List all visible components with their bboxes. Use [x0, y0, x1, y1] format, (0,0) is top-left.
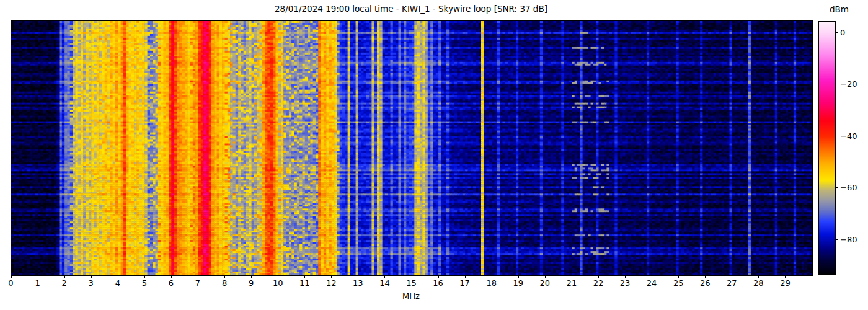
x-tick-label: 10	[273, 278, 283, 288]
x-tick-label: 19	[513, 278, 523, 288]
x-tick-label: 4	[115, 278, 120, 288]
x-tick-mark	[91, 275, 92, 278]
colorbar-tick-mark	[835, 187, 838, 188]
x-tick-label: 1	[35, 278, 40, 288]
x-tick-mark	[652, 275, 652, 278]
x-tick-mark	[278, 275, 278, 278]
x-tick-mark	[678, 275, 679, 278]
x-tick-label: 21	[567, 278, 577, 288]
x-tick-mark	[465, 275, 466, 278]
x-tick-label: 14	[379, 278, 390, 288]
x-tick-label: 7	[195, 278, 200, 288]
x-tick-mark	[785, 275, 786, 278]
x-tick-mark	[545, 275, 546, 278]
x-tick-label: 2	[61, 278, 66, 288]
chart-title: 28/01/2024 19:00 local time - KIWI_1 - S…	[11, 4, 812, 14]
x-tick-mark	[331, 275, 332, 278]
x-tick-label: 15	[406, 278, 417, 288]
x-tick-label: 26	[700, 278, 711, 288]
spectrogram-figure: 28/01/2024 19:00 local time - KIWI_1 - S…	[0, 0, 868, 310]
colorbar-tick-mark	[835, 239, 838, 240]
x-tick-mark	[118, 275, 118, 278]
x-tick-label: 29	[780, 278, 790, 288]
colorbar-tick-mark	[835, 32, 838, 33]
x-tick-label: 20	[540, 278, 551, 288]
x-tick-mark	[64, 275, 65, 278]
x-tick-mark	[758, 275, 759, 278]
x-tick-mark	[358, 275, 358, 278]
colorbar-label: dBm	[830, 4, 849, 14]
x-tick-label: 9	[249, 278, 254, 288]
x-tick-label: 11	[299, 278, 310, 288]
x-tick-label: 25	[673, 278, 684, 288]
x-tick-mark	[304, 275, 305, 278]
x-tick-label: 22	[593, 278, 604, 288]
x-tick-mark	[625, 275, 626, 278]
x-tick-label: 17	[459, 278, 470, 288]
x-tick-label: 0	[8, 278, 13, 288]
x-tick-label: 28	[753, 278, 764, 288]
colorbar-tick-label: −80	[840, 234, 857, 244]
x-tick-mark	[38, 275, 38, 278]
x-tick-mark	[198, 275, 198, 278]
colorbar-tick-label: −60	[840, 183, 857, 192]
x-tick-label: 3	[89, 278, 94, 288]
x-tick-mark	[438, 275, 439, 278]
colorbar-gradient-canvas	[819, 22, 835, 274]
x-tick-mark	[224, 275, 225, 278]
colorbar-tick-label: −20	[840, 79, 857, 89]
spectrogram-plot-area	[11, 20, 813, 276]
x-tick-mark	[412, 275, 412, 278]
x-tick-label: 16	[433, 278, 443, 288]
x-axis-label: MHz	[402, 291, 420, 301]
x-tick-mark	[732, 275, 732, 278]
colorbar-tick-label: −40	[840, 131, 857, 140]
x-tick-mark	[705, 275, 706, 278]
x-tick-mark	[572, 275, 572, 278]
x-tick-mark	[598, 275, 599, 278]
x-tick-mark	[144, 275, 145, 278]
colorbar-tick-mark	[835, 136, 838, 136]
x-tick-label: 23	[620, 278, 631, 288]
x-tick-mark	[384, 275, 385, 278]
colorbar-tick-mark	[835, 84, 838, 84]
x-tick-label: 24	[647, 278, 657, 288]
x-tick-label: 8	[222, 278, 227, 288]
x-tick-label: 18	[486, 278, 497, 288]
x-tick-label: 27	[727, 278, 737, 288]
x-tick-mark	[492, 275, 492, 278]
x-tick-label: 5	[142, 278, 147, 288]
x-tick-label: 12	[326, 278, 337, 288]
x-tick-mark	[171, 275, 172, 278]
colorbar-tick-label: 0	[840, 27, 845, 37]
x-tick-label: 13	[353, 278, 363, 288]
spectrogram-canvas	[11, 21, 812, 275]
x-tick-mark	[251, 275, 252, 278]
x-tick-mark	[518, 275, 519, 278]
colorbar	[818, 21, 836, 275]
x-tick-mark	[11, 275, 12, 278]
x-tick-label: 6	[169, 278, 174, 288]
